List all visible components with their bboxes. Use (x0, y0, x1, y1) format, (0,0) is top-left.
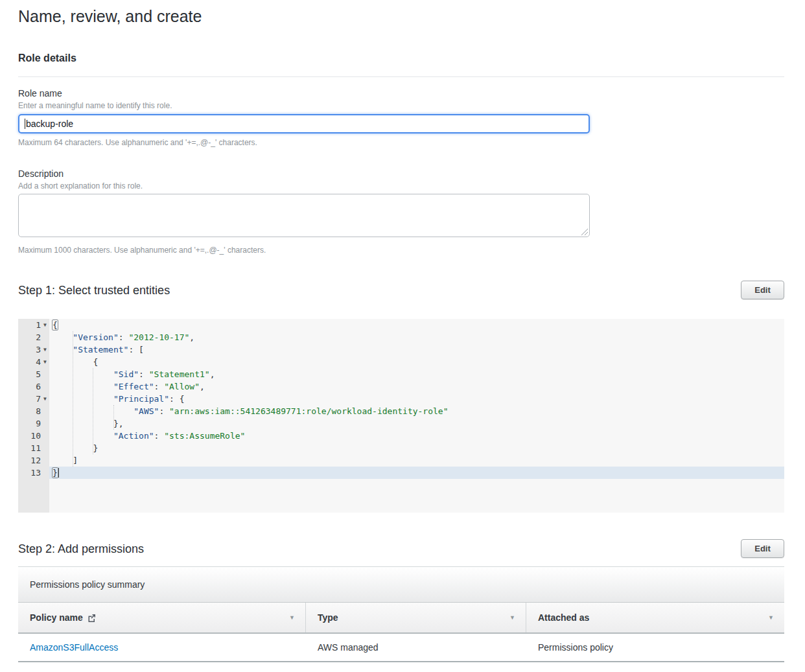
policy-name-filter-icon[interactable]: ▼ (288, 612, 296, 623)
column-header-type[interactable]: Type ▼ (306, 603, 526, 632)
trust-policy-editor[interactable]: 1▼{2 "Version": "2012-10-17",3▼ "Stateme… (18, 319, 784, 513)
type-filter-icon[interactable]: ▼ (508, 612, 517, 623)
permissions-panel: Permissions policy summary Policy name ▼… (18, 566, 784, 662)
page-title: Name, review, and create (18, 6, 784, 26)
permissions-panel-title: Permissions policy summary (30, 579, 145, 590)
role-name-constraint: Maximum 64 characters. Use alphanumeric … (18, 138, 784, 147)
text-caret (25, 119, 25, 129)
resize-handle-icon[interactable] (581, 229, 588, 235)
attached-as-cell: Permissions policy (538, 642, 613, 653)
step1-heading: Step 1: Select trusted entities (18, 283, 170, 298)
step1-edit-button[interactable]: Edit (741, 281, 784, 299)
column-header-policy-name[interactable]: Policy name ▼ (18, 603, 306, 632)
policy-table-header: Policy name ▼ Type ▼ Attached as ▼ (18, 603, 784, 634)
role-name-value: backup-role (26, 119, 73, 129)
description-textarea[interactable] (18, 194, 590, 237)
step2-edit-button[interactable]: Edit (741, 539, 784, 558)
external-link-icon (88, 614, 96, 622)
policy-editor-lines: 1▼{2 "Version": "2012-10-17",3▼ "Stateme… (18, 319, 784, 479)
description-label: Description (18, 168, 784, 180)
attached-as-filter-icon[interactable]: ▼ (767, 612, 775, 623)
role-name-label: Role name (18, 88, 784, 99)
policy-name-link[interactable]: AmazonS3FullAccess (30, 642, 118, 653)
permissions-panel-header: Permissions policy summary (18, 567, 784, 603)
policy-type-cell: AWS managed (318, 642, 379, 653)
role-name-input[interactable]: backup-role (18, 114, 590, 133)
step2-heading: Step 2: Add permissions (18, 541, 144, 557)
role-details-heading: Role details (18, 52, 784, 64)
role-name-hint: Enter a meaningful name to identify this… (18, 101, 784, 110)
description-hint: Add a short explanation for this role. (18, 181, 784, 191)
description-constraint: Maximum 1000 characters. Use alphanumeri… (18, 246, 784, 255)
column-header-attached-as[interactable]: Attached as ▼ (526, 603, 784, 632)
table-row: AmazonS3FullAccess AWS managed Permissio… (18, 634, 784, 662)
section-divider (18, 76, 784, 77)
name-review-create-page: Name, review, and create Role details Ro… (0, 0, 805, 672)
